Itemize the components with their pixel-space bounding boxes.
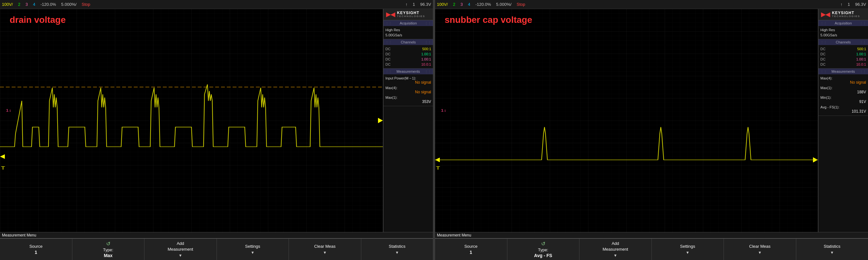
acquisition-label-2: Acquisition: [835, 21, 851, 25]
meas-row-2-3: Min(1): 91V: [820, 95, 866, 105]
measurements-label-2: Measurements: [832, 69, 855, 74]
scope-main-2: T 1↕ snubber cap voltage ▶◀ KEYSIGHT T: [435, 9, 868, 232]
acq-mode-row-2: High Res: [820, 27, 866, 32]
source-label-1: Source: [29, 244, 42, 249]
meas-label-1-2: Max(4):: [385, 86, 431, 90]
trig-val-1: 96.3V: [420, 2, 431, 7]
meas-label-2-3: Min(1):: [820, 95, 866, 99]
acquisition-content-2: High Res 5.00GSa/s: [818, 26, 868, 39]
ch1-coupling-2: DC: [820, 47, 826, 51]
stop-1: Stop: [82, 2, 90, 7]
meas-row-1-3: Max(1): 353V: [385, 95, 431, 105]
channels-header-1: ⋮⋮ Channels ⋮⋮: [383, 39, 433, 45]
ch2-coupling-2: DC: [820, 52, 826, 56]
meas-dots-left-1: ⋮⋮: [385, 70, 392, 74]
statistics-button-2[interactable]: Statistics ▼: [796, 239, 868, 260]
add-meas-button-1[interactable]: Add Measurement ▼: [145, 239, 217, 260]
clear-meas-button-2[interactable]: Clear Meas ▼: [724, 239, 796, 260]
meas-value-2-1: No signal: [820, 80, 866, 85]
meas-label-1-3: Max(1):: [385, 95, 431, 99]
type-button-1[interactable]: ↺ Type: Max: [72, 239, 145, 260]
clear-arrow-1: ▼: [323, 250, 327, 255]
meas-row-1-2: Max(4): No signal: [385, 85, 431, 95]
keysight-text-1: KEYSIGHT TECHNOLOGIES: [397, 11, 425, 18]
acq-rate-1: 5.00GSa/s: [385, 33, 402, 37]
type-label-2: Type:: [538, 248, 548, 253]
ch-dots-left-2: ⋮⋮: [820, 40, 827, 44]
settings-button-2[interactable]: Settings ▼: [652, 239, 724, 260]
ch1-row-1: DC 500:1: [385, 46, 431, 52]
meas-menu-label-1: Measurement Menu: [0, 232, 433, 238]
scope-panel-1: 100V/ 2 3 4 -120.0% 5.000%/ Stop ↑ 1 96.…: [0, 0, 433, 260]
waveform-svg-1: T 1↕: [0, 9, 383, 232]
add-meas-button-2[interactable]: Add Measurement ▼: [580, 239, 652, 260]
svg-text:T: T: [436, 166, 440, 171]
settings-button-1[interactable]: Settings ▼: [217, 239, 289, 260]
trig-ch-1: 1: [413, 2, 415, 7]
statistics-arrow-2: ▼: [830, 250, 834, 255]
source-button-1[interactable]: Source 1: [0, 239, 72, 260]
meas-label-2-1: Max(4):: [820, 76, 866, 80]
acquisition-header-1: ⋮⋮ Acquisition ⋮⋮: [383, 20, 433, 26]
measurements-content-2: Max(4): No signal Max(1): 188V Min(1): 9…: [818, 74, 868, 116]
meas-value-1-3: 353V: [385, 99, 431, 104]
channels-section-2: ⋮⋮ Channels ⋮⋮ DC 500:1 DC 1.00:1 DC: [818, 39, 868, 68]
ch2-row-1: DC 1.00:1: [385, 52, 431, 57]
trig-ch-2: 1: [848, 2, 850, 7]
statistics-label-2: Statistics: [824, 244, 840, 249]
source-button-2[interactable]: Source 1: [435, 239, 507, 260]
ch4-row-1: DC 10.0:1: [385, 62, 431, 67]
channel-label-1: drain voltage: [10, 15, 66, 25]
ch4-row-2: DC 10.0:1: [820, 62, 866, 67]
meas-value-2-3: 91V: [820, 99, 866, 104]
type-label-1: Type:: [103, 248, 113, 253]
meas-row-1-1: Input Power(M→1): No signal: [385, 76, 431, 85]
status-bar-2: 100V/ 2 3 4 -120.0% 5.000%/ Stop ↑ 1 96.…: [435, 0, 868, 9]
acq-mode-1: High Res: [385, 28, 400, 32]
type-value-2: Avg - FS: [534, 253, 552, 258]
acq-mode-row-1: High Res: [385, 27, 431, 32]
keysight-text-2: KEYSIGHT TECHNOLOGIES: [832, 11, 860, 18]
offset-1: -120.0%: [40, 2, 56, 7]
scope-main-1: T 1↕ drain voltage ▶◀ KEYSIGHT TECHNO: [0, 9, 433, 232]
toolbar-2: Source 1 ↺ Type: Avg - FS Add Measuremen…: [435, 238, 868, 260]
ch4-coupling-1: DC: [385, 62, 391, 66]
ch1-scale-2: 100V/: [437, 2, 448, 7]
measurements-header-1: ⋮⋮ Measurements ⋮⋮: [383, 68, 433, 74]
channels-label-1: Channels: [401, 40, 416, 44]
trig-icon-2: ↑: [840, 2, 843, 7]
ch-dots-right-1: ⋮⋮: [425, 40, 431, 44]
ch-dots-left-1: ⋮⋮: [385, 40, 392, 44]
keysight-sub-2: TECHNOLOGIES: [832, 15, 860, 18]
acquisition-content-1: High Res 5.00GSa/s: [383, 26, 433, 39]
timebase-1: 5.000%/: [61, 2, 76, 7]
scope-panel-2: 100V/ 2 3 4 -120.0% 5.000%/ Stop ↑ 1 96.…: [435, 0, 868, 260]
acq-rate-row-2: 5.00GSa/s: [820, 32, 866, 38]
meas-label-2-2: Max(1):: [820, 86, 866, 90]
keysight-icon-2: ▶◀: [821, 11, 830, 18]
clear-meas-button-1[interactable]: Clear Meas ▼: [289, 239, 361, 260]
acquisition-header-2: ⋮⋮ Acquisition ⋮⋮: [818, 20, 868, 26]
meas-value-1-2: No signal: [385, 90, 431, 94]
ch3-coupling-1: DC: [385, 57, 391, 61]
acquisition-dots-right-1: ⋮⋮: [425, 22, 431, 25]
add-label-1: Add: [177, 241, 184, 246]
meas-row-2-1: Max(4): No signal: [820, 76, 866, 85]
statistics-button-1[interactable]: Statistics ▼: [361, 239, 433, 260]
timebase-2: 5.000%/: [496, 2, 512, 7]
meas-dots-right-2: ⋮⋮: [860, 70, 866, 74]
waveform-area-2: T 1↕ snubber cap voltage: [435, 9, 818, 232]
type-button-2[interactable]: ↺ Type: Avg - FS: [507, 239, 580, 260]
source-label-2: Source: [464, 244, 477, 249]
settings-arrow-1: ▼: [251, 250, 254, 255]
add-arrow-1: ▼: [179, 253, 182, 258]
status-bar-1: 100V/ 2 3 4 -120.0% 5.000%/ Stop ↑ 1 96.…: [0, 0, 433, 9]
ch3-coupling-2: DC: [820, 57, 826, 61]
clear-arrow-2: ▼: [758, 250, 762, 255]
stop-2: Stop: [517, 2, 525, 7]
ch4-scale-2: 4: [468, 2, 470, 7]
meas-menu-label-2: Measurement Menu: [435, 232, 868, 238]
waveform-svg-2: T 1↕: [435, 9, 818, 232]
ch1-row-2: DC 500:1: [820, 46, 866, 52]
ch4-value-2: 10.0:1: [856, 62, 866, 66]
